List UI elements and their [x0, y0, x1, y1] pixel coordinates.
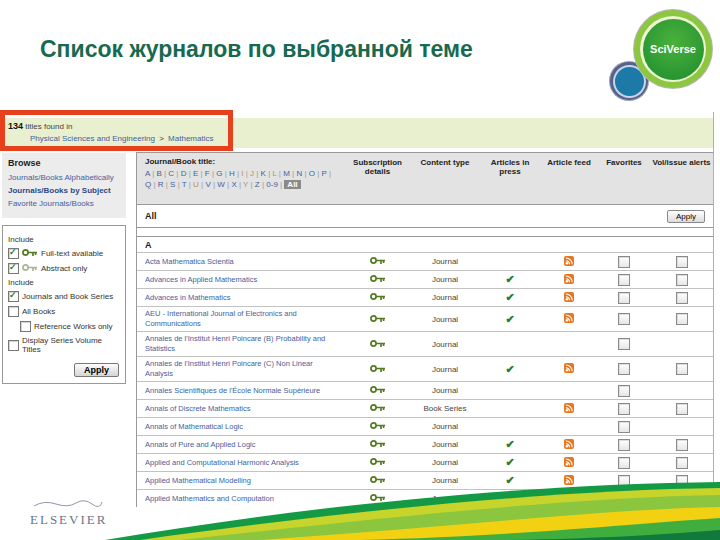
filter-option-label: Full-text available	[41, 249, 103, 258]
table-row: Annales Scientifiques de l'École Normale…	[137, 381, 713, 399]
all-row-label: All	[137, 211, 667, 221]
table-cell	[345, 439, 410, 450]
content-type: Journal	[432, 315, 458, 324]
table-apply-button[interactable]: Apply	[667, 210, 705, 223]
content-type: Journal	[432, 386, 458, 395]
favorites-checkbox[interactable]	[618, 338, 630, 350]
journal-title-link[interactable]: Applied and Computational Harmonic Analy…	[145, 458, 299, 467]
article-feed-rss-icon[interactable]	[564, 439, 574, 451]
swoosh-decoration	[0, 482, 720, 540]
favorites-checkbox[interactable]	[618, 421, 630, 433]
table-cell	[598, 313, 650, 325]
alphabet-letter-all[interactable]: All	[284, 180, 300, 189]
subscription-key-icon[interactable]	[370, 339, 386, 350]
table-cell	[598, 439, 650, 451]
table-row: Advances in MathematicsJournal✔	[137, 288, 713, 306]
alphabet-separator: |	[327, 169, 331, 178]
table-row: Applied and Computational Harmonic Analy…	[137, 453, 713, 471]
article-feed-rss-icon[interactable]	[564, 292, 574, 304]
favorites-checkbox[interactable]	[618, 385, 630, 397]
vol-issue-alerts-checkbox[interactable]	[676, 313, 688, 325]
journal-title-link[interactable]: AEU - International Journal of Electroni…	[145, 309, 297, 328]
article-feed-rss-icon[interactable]	[564, 256, 574, 268]
journal-title-link[interactable]: Annals of Mathematical Logic	[145, 422, 243, 431]
alphabet-index: A | B | C | D | E | F | G | H | I | J | …	[145, 168, 331, 190]
content-type: Journal	[432, 257, 458, 266]
content-type: Journal	[432, 422, 458, 431]
subscription-key-icon[interactable]	[370, 403, 386, 414]
alphabet-letter[interactable]: W	[217, 180, 225, 189]
browse-link-2[interactable]: Journals/Books by Subject	[8, 184, 122, 197]
table-row: AEU - International Journal of Electroni…	[137, 306, 713, 331]
favorites-checkbox[interactable]	[618, 274, 630, 286]
subscription-key-icon[interactable]	[370, 457, 386, 468]
table-cell	[540, 292, 598, 304]
subscription-key-icon[interactable]	[370, 292, 386, 303]
journal-title-link[interactable]: Advances in Mathematics	[145, 293, 230, 302]
article-feed-rss-icon[interactable]	[564, 457, 574, 469]
article-feed-rss-icon[interactable]	[564, 363, 574, 375]
vol-issue-alerts-checkbox[interactable]	[676, 292, 688, 304]
journal-title-cell: Annales de l'Institut Henri Poincare (C)…	[137, 357, 345, 381]
vol-issue-alerts-checkbox[interactable]	[676, 439, 688, 451]
filter-checkbox[interactable]	[8, 306, 19, 317]
article-feed-rss-icon[interactable]	[564, 313, 574, 325]
subscription-key-icon[interactable]	[370, 314, 386, 325]
content-type: Journal	[432, 293, 458, 302]
filter-checkbox[interactable]	[20, 321, 31, 332]
favorites-checkbox[interactable]	[618, 363, 630, 375]
filter-option: Journals and Book Series	[8, 291, 121, 302]
table-cell	[540, 274, 598, 286]
table-cell: ✔	[480, 292, 540, 303]
filter-apply-button[interactable]: Apply	[74, 363, 119, 377]
alphabet-letter[interactable]: M	[283, 169, 290, 178]
table-cell	[540, 256, 598, 268]
vol-issue-alerts-checkbox[interactable]	[676, 403, 688, 415]
favorites-checkbox[interactable]	[618, 457, 630, 469]
subscription-key-icon[interactable]	[370, 385, 386, 396]
table-cell	[650, 313, 713, 325]
article-feed-rss-icon[interactable]	[564, 274, 574, 286]
journal-title-link[interactable]: Annals of Pure and Applied Logic	[145, 440, 256, 449]
subscription-key-icon[interactable]	[370, 364, 386, 375]
journal-title-cell: Annales Scientifiques de l'École Normale…	[137, 384, 345, 398]
favorites-checkbox[interactable]	[618, 292, 630, 304]
vol-issue-alerts-checkbox[interactable]	[676, 363, 688, 375]
journal-title-link[interactable]: Annales de l'Institut Henri Poincare (C)…	[145, 359, 313, 378]
vol-issue-alerts-checkbox[interactable]	[676, 274, 688, 286]
subscription-key-icon[interactable]	[370, 421, 386, 432]
journal-title-link[interactable]: Acta Mathematica Scientia	[145, 257, 234, 266]
table-cell	[650, 403, 713, 415]
vol-issue-alerts-checkbox[interactable]	[676, 457, 688, 469]
favorites-checkbox[interactable]	[618, 439, 630, 451]
favorites-checkbox[interactable]	[618, 256, 630, 268]
filter-group-label: Include	[8, 278, 121, 287]
subscription-key-icon[interactable]	[370, 439, 386, 450]
favorites-checkbox[interactable]	[618, 403, 630, 415]
journal-title-cell: Annals of Discrete Mathematics	[137, 402, 345, 416]
favorites-checkbox[interactable]	[618, 313, 630, 325]
journal-title-link[interactable]: Annals of Discrete Mathematics	[145, 404, 250, 413]
filter-checkbox[interactable]	[8, 263, 19, 274]
filter-checkbox[interactable]	[8, 340, 19, 351]
journal-title-link[interactable]: Annales Scientifiques de l'École Normale…	[145, 386, 320, 395]
table-cell	[345, 457, 410, 468]
filter-checkbox[interactable]	[8, 248, 19, 259]
table-cell: Journal	[410, 386, 480, 395]
table-cell	[598, 292, 650, 304]
filter-checkbox[interactable]	[8, 291, 19, 302]
filter-option-label: Abstract only	[41, 264, 87, 273]
subscription-key-icon[interactable]	[370, 256, 386, 267]
subscription-key-icon[interactable]	[370, 274, 386, 285]
table-cell	[650, 292, 713, 304]
journal-title-link[interactable]: Annales de l'Institut Henri Poincare (B)…	[145, 334, 325, 353]
browse-link-1[interactable]: Journals/Books Alphabetically	[8, 171, 122, 184]
table-cell	[345, 421, 410, 432]
table-cell: ✔	[480, 314, 540, 325]
alphabet-letter[interactable]: 0-9	[266, 180, 278, 189]
table-cell	[345, 314, 410, 325]
article-feed-rss-icon[interactable]	[564, 403, 574, 415]
vol-issue-alerts-checkbox[interactable]	[676, 256, 688, 268]
browse-link-3[interactable]: Favorite Journals/Books	[8, 197, 122, 210]
journal-title-link[interactable]: Advances in Applied Mathematics	[145, 275, 257, 284]
